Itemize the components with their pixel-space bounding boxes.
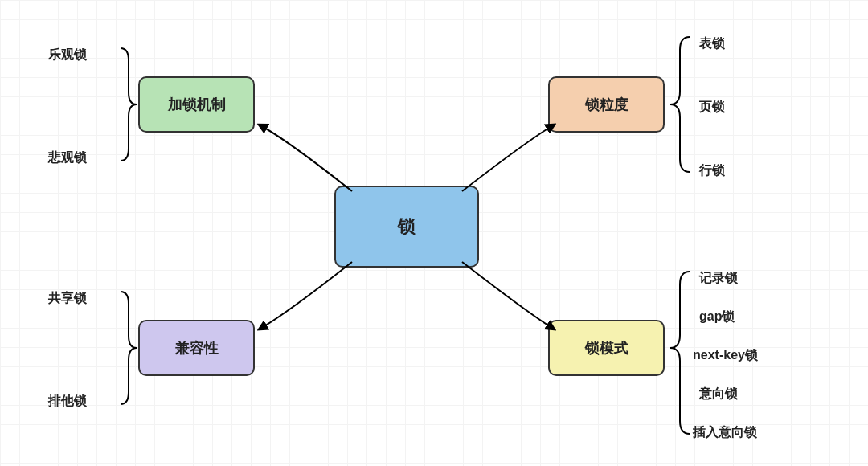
node-lock-granularity: 锁粒度	[548, 76, 665, 133]
brace-mode	[670, 272, 690, 434]
node-label: 锁	[398, 215, 416, 239]
leaf-table-lock: 表锁	[699, 35, 725, 52]
node-label: 兼容性	[175, 338, 219, 358]
leaf-gap-lock: gap锁	[699, 309, 735, 325]
leaf-page-lock: 页锁	[699, 99, 725, 116]
node-lock-mechanism: 加锁机制	[138, 76, 255, 133]
brace-granularity	[670, 37, 690, 172]
edge-center-to-granularity	[462, 125, 555, 191]
diagram-canvas: 锁 加锁机制 乐观锁 悲观锁 锁粒度 表锁 页锁 行锁 兼容性 共享锁 排他锁 …	[0, 0, 868, 466]
leaf-optimistic-lock: 乐观锁	[48, 47, 87, 63]
brace-mechanism	[121, 48, 137, 161]
node-label: 锁模式	[585, 338, 628, 358]
edge-center-to-mode	[462, 262, 555, 329]
node-compatibility: 兼容性	[138, 320, 255, 376]
leaf-exclusive-lock: 排他锁	[48, 393, 87, 410]
leaf-row-lock: 行锁	[699, 162, 725, 179]
leaf-shared-lock: 共享锁	[48, 290, 87, 307]
leaf-record-lock: 记录锁	[699, 270, 738, 287]
node-lock-root: 锁	[334, 186, 479, 268]
leaf-pessimistic-lock: 悲观锁	[48, 149, 87, 166]
node-label: 加锁机制	[168, 95, 226, 114]
edge-center-to-compatibility	[259, 262, 352, 329]
brace-compatibility	[121, 292, 137, 404]
leaf-intention-lock: 意向锁	[699, 386, 738, 403]
leaf-insert-intention-lock: 插入意向锁	[693, 424, 757, 441]
leaf-next-key-lock: next-key锁	[693, 347, 758, 364]
node-label: 锁粒度	[585, 95, 628, 114]
edge-center-to-mechanism	[259, 125, 352, 191]
node-lock-mode: 锁模式	[548, 320, 665, 376]
